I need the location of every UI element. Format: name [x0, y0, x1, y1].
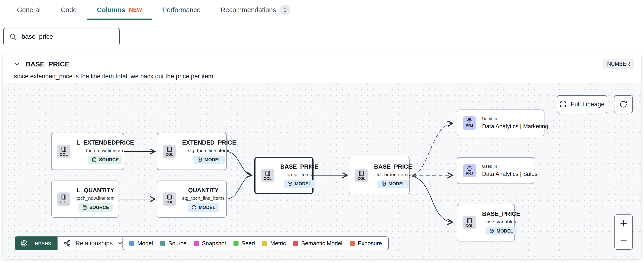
node-subtitle: order_items — [287, 172, 312, 177]
expand-icon — [560, 101, 566, 108]
database-icon — [92, 157, 97, 162]
tab-columns[interactable]: Columns NEW — [87, 0, 152, 20]
project-chip-icon: PRJ — [463, 164, 476, 177]
legend-item-semantic-model: Semantic Model — [293, 240, 342, 247]
refresh-icon — [620, 100, 627, 108]
node-title: L_EXTENDEDPRICE — [76, 139, 134, 146]
cube-icon — [489, 228, 494, 234]
column-description: since extended_price is the line item to… — [14, 73, 634, 80]
node-subtitle: tpch_now.lineitem — [76, 195, 115, 201]
node-title: L_QUANTITY — [77, 187, 114, 194]
source-badge: SOURCE — [78, 203, 113, 212]
full-lineage-button[interactable]: Full Lineage — [557, 95, 607, 113]
column-type-badge: NUMBER — [603, 59, 634, 69]
legend-item-model: Model — [129, 240, 153, 247]
legend-item-metric: Metric — [262, 240, 286, 247]
column-card: BASE_PRICE NUMBER since extended_price i… — [2, 53, 642, 260]
archive-box-icon — [467, 166, 472, 171]
column-chip-icon: COL — [163, 145, 176, 158]
column-search — [3, 28, 120, 45]
column-chip-icon: COL — [57, 145, 70, 158]
column-card-header: BASE_PRICE NUMBER since extended_price i… — [2, 53, 642, 83]
archive-box-icon — [467, 118, 472, 123]
legend-swatch — [293, 241, 298, 246]
column-title: BASE_PRICE — [26, 60, 70, 68]
columns-icon — [466, 218, 472, 224]
zoom-out-button[interactable] — [615, 232, 632, 249]
columns-icon — [166, 194, 172, 200]
used-in-label: Used In — [482, 164, 497, 169]
lineage-node-used-in-sales[interactable]: PRJ Used In Data Analytics | Sales — [457, 157, 534, 184]
lenses-toolbar: Lenses Relationships — [15, 237, 130, 250]
lineage-legend: Model Source Snapshot Seed Metric Semant… — [122, 237, 389, 250]
cube-icon — [381, 181, 386, 186]
lineage-node-quantity[interactable]: COL QUANTITY stg_tpch_line_items MODEL — [157, 181, 227, 218]
used-in-label: Used In — [482, 116, 497, 121]
model-badge: MODEL — [486, 227, 517, 235]
tab-code[interactable]: Code — [51, 0, 87, 20]
lenses-button[interactable]: Lenses — [15, 237, 57, 250]
legend-swatch — [194, 241, 199, 246]
legend-swatch — [160, 241, 165, 246]
node-subtitle: tpch_now.lineitem — [86, 148, 124, 153]
project-name: Data Analytics | Marketing — [482, 123, 548, 130]
lineage-canvas[interactable]: COL L_EXTENDEDPRICE tpch_now.lineitem SO… — [2, 83, 642, 259]
lineage-node-base-price-order-items[interactable]: COL BASE_PRICE order_items MODEL — [254, 157, 314, 194]
legend-swatch — [350, 241, 355, 246]
model-badge: MODEL — [284, 180, 315, 188]
node-title: BASE_PRICE — [280, 163, 318, 170]
search-input[interactable] — [22, 33, 114, 40]
legend-swatch — [129, 241, 134, 246]
chevron-down-icon[interactable] — [14, 61, 20, 67]
lineage-edges — [2, 83, 642, 260]
node-subtitle: fct_order_items — [376, 172, 410, 177]
node-subtitle: stg_tpch_line_items — [182, 195, 225, 201]
recommendations-count-badge: 0 — [280, 4, 290, 15]
tab-general[interactable]: General — [7, 0, 51, 20]
legend-item-seed: Seed — [234, 240, 255, 247]
column-chip-icon: COL — [463, 216, 476, 229]
column-chip-icon: COL — [355, 169, 368, 182]
node-subtitle: use_variables — [486, 219, 516, 225]
lineage-node-extended-price[interactable]: COL EXTENDED_PRICE stg_tpch_line_items M… — [157, 133, 227, 170]
new-badge: NEW — [129, 7, 142, 13]
cube-icon — [287, 181, 292, 186]
model-badge: MODEL — [188, 203, 219, 212]
node-title: QUANTITY — [188, 187, 218, 194]
columns-icon — [61, 146, 67, 152]
lineage-node-used-in-marketing[interactable]: PRJ Used In Data Analytics | Marketing — [457, 109, 544, 136]
node-subtitle: stg_tpch_line_items — [188, 148, 230, 153]
legend-item-source: Source — [160, 240, 186, 247]
tab-recommendations[interactable]: Recommendations 0 — [210, 0, 300, 20]
zoom-controls — [614, 215, 633, 250]
zoom-in-button[interactable] — [615, 215, 632, 232]
tab-performance[interactable]: Performance — [152, 0, 210, 20]
columns-icon — [265, 170, 271, 176]
legend-item-exposure: Exposure — [350, 240, 382, 247]
project-chip-icon: PRJ — [463, 116, 476, 130]
columns-icon — [358, 170, 364, 176]
minus-icon — [620, 237, 628, 245]
lineage-node-base-price-use-variables[interactable]: COL BASE_PRICE use_variables MODEL — [457, 204, 515, 242]
lineage-node-base-price-fct-order-items[interactable]: COL BASE_PRICE fct_order_items MODEL — [349, 157, 410, 194]
lineage-node-l-extendedprice[interactable]: COL L_EXTENDEDPRICE tpch_now.lineitem SO… — [51, 133, 124, 170]
tab-bar: General Code Columns NEW Performance Rec… — [0, 0, 644, 20]
database-icon — [82, 205, 87, 210]
cube-icon — [197, 157, 202, 162]
model-badge: MODEL — [378, 180, 409, 188]
column-chip-icon: COL — [261, 169, 274, 182]
node-title: EXTENDED_PRICE — [182, 139, 236, 146]
legend-swatch — [262, 241, 267, 246]
node-title: BASE_PRICE — [374, 163, 412, 170]
relationships-icon — [64, 240, 71, 247]
lineage-node-l-quantity[interactable]: COL L_QUANTITY tpch_now.lineitem SOURCE — [51, 181, 119, 218]
project-name: Data Analytics | Sales — [482, 171, 537, 177]
columns-icon — [61, 194, 67, 200]
column-chip-icon: COL — [57, 192, 70, 206]
aperture-icon — [21, 240, 28, 247]
legend-swatch — [234, 241, 238, 246]
refresh-button[interactable] — [614, 95, 633, 113]
legend-item-snapshot: Snapshot — [194, 240, 226, 247]
columns-icon — [166, 146, 172, 152]
relationships-dropdown[interactable]: Relationships — [57, 237, 130, 250]
